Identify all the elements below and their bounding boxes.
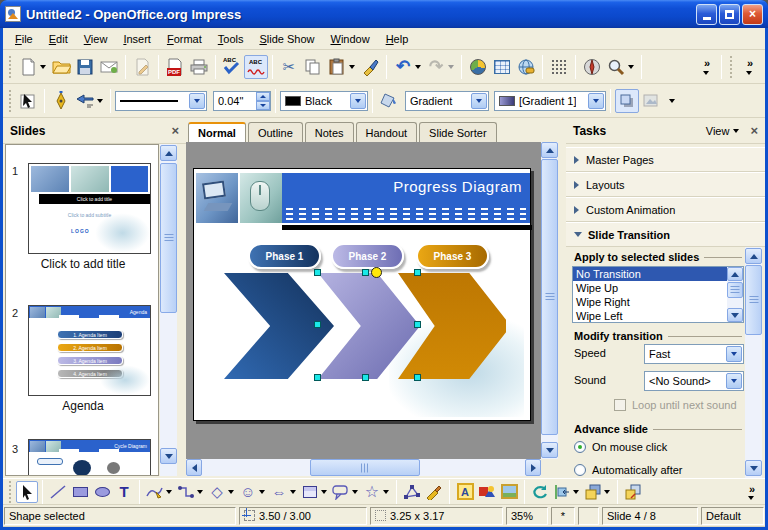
slides-scrollbar[interactable] — [160, 144, 177, 476]
callouts-icon[interactable] — [330, 481, 352, 503]
spellcheck-icon[interactable]: ABC — [220, 55, 244, 79]
block-arrows-dropdown[interactable] — [290, 490, 296, 494]
list-scroll-down[interactable] — [727, 308, 743, 322]
symbol-shapes-icon[interactable]: ☺ — [237, 481, 259, 503]
fontwork-gallery-icon[interactable]: A — [454, 481, 476, 503]
speed-select[interactable]: Fast — [644, 344, 744, 364]
tasks-scroll-thumb[interactable] — [745, 265, 762, 335]
menu-help[interactable]: Help — [378, 31, 417, 47]
undo-icon[interactable]: ↶ — [391, 55, 415, 79]
fill-gradient-dropdown[interactable] — [588, 93, 604, 109]
fill-can-icon[interactable] — [377, 89, 401, 113]
selection-handle-ml[interactable] — [314, 321, 321, 328]
tasks-view-menu[interactable]: View — [706, 125, 743, 137]
hyperlink-icon[interactable] — [514, 55, 538, 79]
navigator-icon[interactable] — [580, 55, 604, 79]
export-pdf-icon[interactable]: PDF — [163, 55, 187, 79]
crop-image-icon[interactable] — [639, 89, 663, 113]
slide-thumbnail-3[interactable]: Cycle Diagram — [28, 439, 151, 476]
slides-panel-close-icon[interactable]: × — [171, 123, 179, 138]
toolbar-grip[interactable] — [8, 481, 13, 503]
menu-insert[interactable]: Insert — [115, 31, 159, 47]
flowcharts-icon[interactable] — [299, 481, 321, 503]
gallery-icon[interactable] — [476, 481, 498, 503]
editor-scroll-up[interactable] — [541, 142, 558, 158]
tab-outline[interactable]: Outline — [248, 122, 303, 142]
title-bar[interactable]: Untitled2 - OpenOffice.org Impress × — [0, 0, 768, 28]
on-mouse-click-radio[interactable] — [574, 441, 586, 453]
select-icon[interactable] — [16, 89, 40, 113]
copy-icon[interactable] — [301, 55, 325, 79]
connector-dropdown[interactable] — [197, 490, 203, 494]
line-style-dropdown[interactable] — [189, 93, 205, 109]
section-custom-animation[interactable]: Custom Animation — [566, 197, 765, 222]
presentation-toolbar-overflow[interactable]: » — [737, 58, 763, 75]
tasks-scrollbar[interactable] — [745, 247, 762, 478]
curve-dropdown[interactable] — [166, 490, 172, 494]
block-arrows-icon[interactable]: ⇔ — [268, 481, 290, 503]
connector-tool-icon[interactable] — [175, 481, 197, 503]
new-document-dropdown[interactable] — [40, 65, 46, 69]
line-color-select[interactable]: Black — [280, 91, 368, 111]
transition-option[interactable]: Wipe Up — [573, 281, 729, 295]
editor-scroll-left[interactable] — [186, 459, 202, 476]
redo-dropdown[interactable] — [448, 65, 454, 69]
slide-title-band[interactable]: Progress Diagram — [282, 173, 530, 223]
tasks-scroll-down[interactable] — [745, 460, 762, 476]
editor-hscroll-thumb[interactable] — [310, 459, 420, 476]
menu-slide-show[interactable]: Slide Show — [251, 31, 322, 47]
zoom-level-cell[interactable]: 35% — [506, 507, 548, 525]
selection-handle-tl[interactable] — [314, 269, 321, 276]
edit-points-icon[interactable] — [401, 481, 423, 503]
selection-handle-mr[interactable] — [414, 321, 421, 328]
from-file-icon[interactable] — [498, 481, 520, 503]
transition-list[interactable]: No Transition Wipe Up Wipe Right Wipe Le… — [572, 266, 744, 323]
toolbar-grip[interactable] — [8, 56, 13, 78]
selection-handle-bm[interactable] — [362, 374, 369, 381]
slides-scroll-down[interactable] — [160, 448, 177, 464]
line-color-dropdown[interactable] — [350, 93, 366, 109]
line-width-spinner[interactable] — [256, 92, 270, 110]
ellipse-tool-icon[interactable] — [91, 481, 113, 503]
editor-scroll-down[interactable] — [541, 442, 558, 458]
show-grid-icon[interactable] — [547, 55, 571, 79]
menu-format[interactable]: Format — [159, 31, 210, 47]
extrusion-icon[interactable] — [622, 481, 644, 503]
new-document-icon[interactable] — [16, 55, 40, 79]
fill-type-select[interactable]: Gradient — [405, 91, 489, 111]
stars-dropdown[interactable] — [383, 490, 389, 494]
arrow-style-dropdown[interactable] — [97, 99, 103, 103]
fill-type-dropdown[interactable] — [471, 93, 487, 109]
menu-view[interactable]: View — [76, 31, 116, 47]
pen-icon[interactable] — [49, 89, 73, 113]
transition-option[interactable]: Wipe Right — [573, 295, 729, 309]
phase1-pill[interactable]: Phase 1 — [248, 243, 321, 269]
arrange-dropdown[interactable] — [604, 490, 610, 494]
menu-tools[interactable]: Tools — [210, 31, 252, 47]
selection-handle-br[interactable] — [414, 374, 421, 381]
alignment-icon[interactable] — [551, 481, 573, 503]
speed-dropdown[interactable] — [726, 346, 742, 362]
line-width-input[interactable]: 0.04" — [213, 91, 271, 111]
zoom-icon[interactable] — [604, 55, 628, 79]
menu-edit[interactable]: Edit — [41, 31, 76, 47]
format-paintbrush-icon[interactable] — [358, 55, 382, 79]
tasks-scroll-up[interactable] — [745, 248, 762, 264]
minimize-button[interactable] — [696, 4, 717, 25]
drawbar-overflow[interactable]: » — [741, 484, 763, 500]
selection-handle-tr[interactable] — [414, 269, 421, 276]
slide-workspace[interactable]: Progress Diagram Phase 1 Phase 2 Phase 3 — [186, 142, 541, 459]
transition-list-scrollbar[interactable] — [727, 267, 743, 322]
print-icon[interactable] — [187, 55, 211, 79]
shadow-toggle-icon[interactable] — [615, 89, 639, 113]
open-icon[interactable] — [49, 55, 73, 79]
transition-option-selected[interactable]: No Transition — [573, 267, 729, 281]
editor-scroll-right[interactable] — [525, 459, 541, 476]
tab-slide-sorter[interactable]: Slide Sorter — [419, 122, 496, 142]
alignment-dropdown[interactable] — [573, 490, 579, 494]
basic-shapes-dropdown[interactable] — [228, 490, 234, 494]
editor-vscroll-thumb[interactable] — [541, 159, 558, 435]
insert-chart-icon[interactable] — [466, 55, 490, 79]
slide-list[interactable]: 1 Click to add title Click to add subtit… — [5, 144, 159, 476]
spin-up-icon[interactable] — [256, 92, 270, 101]
